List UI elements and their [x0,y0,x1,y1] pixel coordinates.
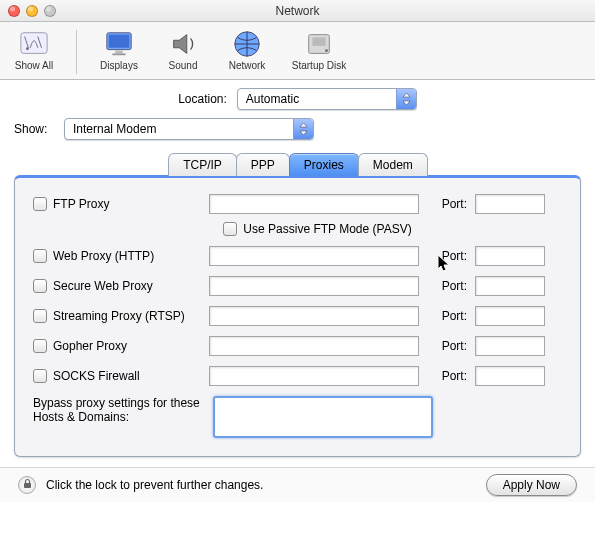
proxy-row-rtsp: Streaming Proxy (RTSP) Port: [33,306,562,326]
tab-ppp[interactable]: PPP [236,153,290,176]
toolbar-displays[interactable]: Displays [95,28,143,71]
titlebar: Network [0,0,595,22]
https-proxy-port-input[interactable] [475,276,545,296]
proxy-label: SOCKS Firewall [53,369,140,383]
toolbar-label: Sound [169,60,198,71]
minimize-window-button[interactable] [26,5,38,17]
show-label: Show: [14,122,54,136]
socks-proxy-check[interactable]: SOCKS Firewall [33,369,203,383]
apply-now-button[interactable]: Apply Now [486,474,577,496]
dropdown-arrows-icon [396,89,416,109]
window-title: Network [0,4,595,18]
network-icon [231,28,263,60]
passive-ftp-label: Use Passive FTP Mode (PASV) [243,222,411,236]
proxy-row-socks: SOCKS Firewall Port: [33,366,562,386]
ftp-proxy-port-input[interactable] [475,194,545,214]
rtsp-proxy-host-input[interactable] [209,306,419,326]
proxy-label: Secure Web Proxy [53,279,153,293]
checkbox-icon [223,222,237,236]
location-select[interactable]: Automatic [237,88,417,110]
toolbar: Show All Displays Sound Network Startup … [0,22,595,80]
lock-button[interactable] [18,476,36,494]
svg-rect-0 [21,33,47,54]
zoom-window-button[interactable] [44,5,56,17]
gopher-proxy-host-input[interactable] [209,336,419,356]
sound-icon [167,28,199,60]
port-label: Port: [425,369,469,383]
lock-icon [23,478,32,492]
display-icon [103,28,135,60]
ftp-proxy-check[interactable]: FTP Proxy [33,197,203,211]
http-proxy-check[interactable]: Web Proxy (HTTP) [33,249,203,263]
toolbar-separator [76,30,77,74]
tab-bar: TCP/IP PPP Proxies Modem [0,152,595,175]
toolbar-label: Displays [100,60,138,71]
https-proxy-host-input[interactable] [209,276,419,296]
tab-label: TCP/IP [183,158,222,172]
toolbar-label: Show All [15,60,53,71]
checkbox-icon [33,309,47,323]
tab-label: Proxies [304,158,344,172]
location-value: Automatic [246,92,396,106]
toolbar-sound[interactable]: Sound [159,28,207,71]
checkbox-icon [33,249,47,263]
port-label: Port: [425,249,469,263]
lock-text: Click the lock to prevent further change… [46,478,263,492]
https-proxy-check[interactable]: Secure Web Proxy [33,279,203,293]
gopher-proxy-port-input[interactable] [475,336,545,356]
rtsp-proxy-check[interactable]: Streaming Proxy (RTSP) [33,309,203,323]
socks-proxy-host-input[interactable] [209,366,419,386]
bypass-row: Bypass proxy settings for these Hosts & … [33,396,562,438]
location-label: Location: [178,92,227,106]
checkbox-icon [33,369,47,383]
proxy-row-ftp: FTP Proxy Port: [33,194,562,214]
tab-label: PPP [251,158,275,172]
svg-rect-10 [24,483,31,488]
tab-modem[interactable]: Modem [358,153,428,176]
port-label: Port: [425,197,469,211]
apply-label: Apply Now [503,478,560,492]
dropdown-arrows-icon [293,119,313,139]
show-row: Show: Internal Modem [0,118,595,148]
window-controls [0,5,56,17]
svg-rect-3 [109,35,130,48]
rtsp-proxy-port-input[interactable] [475,306,545,326]
close-window-button[interactable] [8,5,20,17]
bypass-label: Bypass proxy settings for these Hosts & … [33,396,203,424]
tab-proxies[interactable]: Proxies [289,153,359,176]
toolbar-label: Startup Disk [292,60,346,71]
proxy-label: Streaming Proxy (RTSP) [53,309,185,323]
toolbar-network[interactable]: Network [223,28,271,71]
http-proxy-host-input[interactable] [209,246,419,266]
footer: Click the lock to prevent further change… [0,467,595,502]
svg-rect-4 [115,51,123,54]
tab-label: Modem [373,158,413,172]
port-label: Port: [425,309,469,323]
bypass-hosts-input[interactable] [213,396,433,438]
svg-point-9 [325,49,328,52]
port-label: Port: [425,339,469,353]
checkbox-icon [33,197,47,211]
proxy-label: Web Proxy (HTTP) [53,249,154,263]
show-select[interactable]: Internal Modem [64,118,314,140]
svg-point-1 [26,47,29,50]
passive-ftp-row: Use Passive FTP Mode (PASV) [33,222,562,236]
gopher-proxy-check[interactable]: Gopher Proxy [33,339,203,353]
ftp-proxy-host-input[interactable] [209,194,419,214]
socks-proxy-port-input[interactable] [475,366,545,386]
show-value: Internal Modem [73,122,293,136]
passive-ftp-check[interactable]: Use Passive FTP Mode (PASV) [223,222,411,236]
toolbar-startup-disk[interactable]: Startup Disk [287,28,351,71]
toolbar-show-all[interactable]: Show All [10,28,58,71]
checkbox-icon [33,279,47,293]
location-row: Location: Automatic [0,80,595,118]
proxy-row-http: Web Proxy (HTTP) Port: [33,246,562,266]
svg-rect-5 [112,53,125,55]
proxy-label: FTP Proxy [53,197,109,211]
port-label: Port: [425,279,469,293]
proxy-row-gopher: Gopher Proxy Port: [33,336,562,356]
proxy-label: Gopher Proxy [53,339,127,353]
show-all-icon [18,28,50,60]
http-proxy-port-input[interactable] [475,246,545,266]
tab-tcpip[interactable]: TCP/IP [168,153,237,176]
